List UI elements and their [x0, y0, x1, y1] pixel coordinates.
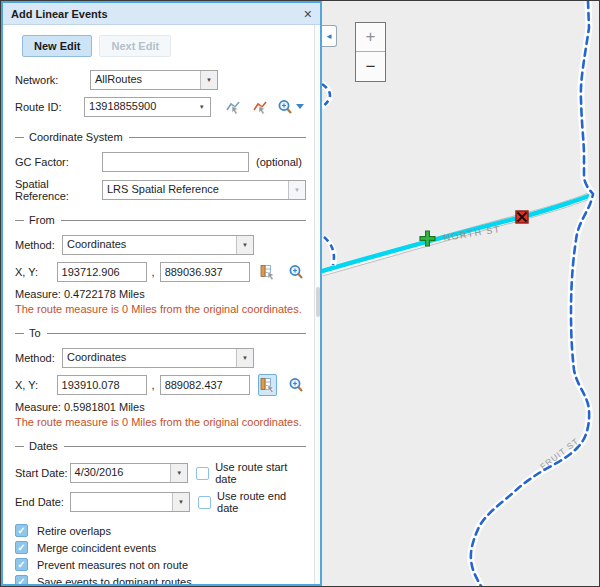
new-edit-button[interactable]: New Edit [22, 35, 92, 57]
screenshot: Add Linear Events × New Edit Next Edit N… [0, 0, 600, 587]
to-method-select[interactable]: Coordinates ▼ [62, 348, 254, 368]
from-title: From [29, 214, 55, 226]
spatial-reference-label: Spatial Reference: [15, 178, 102, 202]
route-id-value: 13918855900 [85, 98, 193, 116]
to-x-input[interactable] [57, 375, 147, 395]
prevent-measures-checkbox[interactable]: ✓ [15, 558, 28, 571]
from-warning-text: The route measure is 0 Miles from the or… [15, 303, 306, 315]
select-route-red-icon[interactable] [250, 96, 270, 118]
to-title: To [29, 327, 41, 339]
collapse-panel-button[interactable]: ◄ [322, 25, 337, 47]
scrollbar-thumb[interactable] [316, 287, 320, 317]
retire-overlaps-label: Retire overlaps [37, 525, 111, 537]
coordinate-system-separator: Coordinate System [15, 131, 306, 143]
from-measure-text: Measure: 0.4722178 Miles [15, 288, 306, 300]
map-canvas: NORTH ST FRUIT ST [322, 1, 600, 586]
zoom-out-button[interactable]: − [356, 52, 385, 81]
chevron-down-icon[interactable]: ▼ [170, 464, 187, 482]
from-method-value: Coordinates [63, 236, 236, 254]
gc-factor-label: GC Factor: [15, 156, 102, 168]
select-route-icon[interactable] [223, 96, 243, 118]
route-id-select[interactable]: 13918855900 ▼ [84, 97, 211, 117]
pick-to-coordinates-icon[interactable] [258, 374, 278, 396]
network-value: AllRoutes [91, 71, 200, 89]
from-xy-label: X, Y: [15, 266, 57, 278]
to-point-marker [515, 210, 529, 224]
close-icon[interactable]: × [304, 7, 312, 21]
use-route-end-date-label: Use route end date [217, 490, 306, 514]
network-select[interactable]: AllRoutes ▼ [90, 70, 218, 90]
to-y-input[interactable] [160, 375, 250, 395]
start-date-label: Start Date: [15, 467, 70, 479]
end-date-label: End Date: [15, 496, 70, 508]
route-id-label: Route ID: [15, 101, 84, 113]
use-route-start-date-label: Use route start date [215, 461, 306, 485]
chevron-down-icon: ▼ [288, 181, 305, 199]
end-date-value [71, 493, 172, 511]
from-method-label: Method: [15, 239, 62, 251]
zoom-to-route-icon[interactable] [276, 96, 306, 118]
road-name-label: NORTH ST [443, 224, 502, 243]
prevent-measures-label: Prevent measures not on route [37, 559, 188, 571]
optional-label: (optional) [256, 156, 302, 168]
save-events-label: Save events to dominant routes [37, 576, 192, 585]
coordinate-system-title: Coordinate System [29, 131, 123, 143]
to-xy-label: X, Y: [15, 379, 57, 391]
chevron-down-icon[interactable]: ▼ [193, 98, 210, 116]
from-y-input[interactable] [160, 262, 250, 282]
chevron-down-icon[interactable]: ▼ [236, 349, 253, 367]
river-casing [471, 1, 593, 586]
gc-factor-input[interactable] [102, 152, 249, 172]
use-route-start-date-checkbox[interactable] [196, 467, 209, 480]
start-date-value: 4/30/2016 [71, 464, 171, 482]
pick-from-coordinates-icon[interactable] [258, 261, 278, 283]
to-method-value: Coordinates [63, 349, 236, 367]
zoom-in-button[interactable]: + [356, 23, 385, 52]
xy-comma: , [152, 266, 155, 278]
to-measure-text: Measure: 0.5981801 Miles [15, 401, 306, 413]
to-separator: To [15, 327, 306, 339]
merge-coincident-events-checkbox[interactable]: ✓ [15, 541, 28, 554]
from-separator: From [15, 214, 306, 226]
network-label: Network: [15, 74, 90, 86]
merge-coincident-events-label: Merge coincident events [37, 542, 156, 554]
map-view[interactable]: NORTH ST FRUIT ST ◄ + − [322, 1, 600, 586]
to-warning-text: The route measure is 0 Miles from the or… [15, 416, 306, 428]
start-date-select[interactable]: 4/30/2016 ▼ [70, 463, 189, 483]
from-point-marker [419, 230, 436, 247]
from-method-select[interactable]: Coordinates ▼ [62, 235, 254, 255]
to-method-label: Method: [15, 352, 62, 364]
xy-comma: , [152, 379, 155, 391]
next-edit-button: Next Edit [99, 35, 171, 57]
from-x-input[interactable] [57, 262, 147, 282]
chevron-down-icon[interactable]: ▼ [200, 71, 217, 89]
stream2-casing [324, 237, 334, 265]
dates-title: Dates [29, 440, 58, 452]
panel-scrollbar[interactable] [314, 25, 320, 584]
dates-separator: Dates [15, 440, 306, 452]
zoom-to-from-point-icon[interactable] [286, 261, 306, 283]
spatial-reference-select: LRS Spatial Reference ▼ [102, 180, 306, 200]
spatial-reference-value: LRS Spatial Reference [103, 181, 288, 199]
collapse-arrow-icon: ◄ [325, 32, 333, 41]
chevron-down-icon[interactable]: ▼ [236, 236, 253, 254]
save-events-checkbox[interactable]: ✓ [15, 575, 28, 584]
chevron-down-icon[interactable]: ▼ [172, 493, 189, 511]
use-route-end-date-checkbox[interactable] [198, 496, 211, 509]
add-linear-events-panel: Add Linear Events × New Edit Next Edit N… [1, 1, 322, 586]
panel-body: New Edit Next Edit Network: AllRoutes ▼ … [3, 25, 320, 584]
end-date-select[interactable]: ▼ [70, 492, 190, 512]
zoom-to-to-point-icon[interactable] [286, 374, 306, 396]
panel-header: Add Linear Events × [3, 3, 320, 25]
retire-overlaps-checkbox[interactable]: ✓ [15, 524, 28, 537]
panel-title: Add Linear Events [11, 8, 304, 20]
map-zoom-control: + − [355, 22, 386, 82]
